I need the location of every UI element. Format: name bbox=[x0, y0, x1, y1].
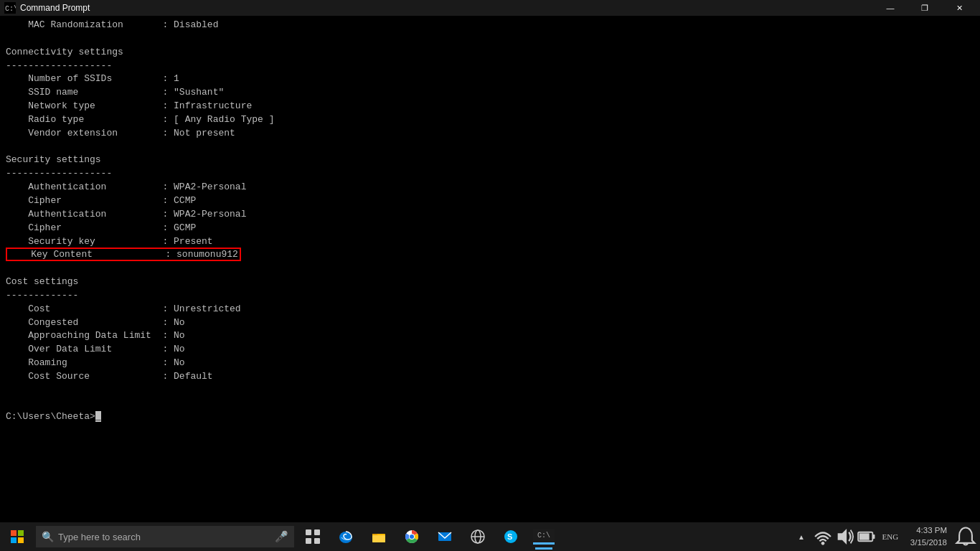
svg-rect-2 bbox=[11, 530, 17, 536]
titlebar-left: C:\ Command Prompt bbox=[4, 2, 90, 14]
svg-rect-26 bbox=[859, 533, 869, 540]
terminal-line: Cipher : CCMP bbox=[6, 194, 974, 208]
terminal-line: Vendor extension : Not present bbox=[6, 127, 974, 141]
cmd-icon-taskbar: C:\ bbox=[533, 529, 555, 545]
svg-rect-7 bbox=[314, 529, 320, 535]
terminal-line: Congested : No bbox=[6, 316, 974, 330]
start-button[interactable] bbox=[0, 522, 34, 551]
svg-rect-4 bbox=[11, 537, 17, 543]
svg-point-22 bbox=[821, 542, 824, 545]
skype-button[interactable]: S bbox=[495, 522, 527, 551]
language-icon[interactable]: ENG bbox=[877, 522, 903, 551]
titlebar-title: Command Prompt bbox=[20, 3, 90, 13]
terminal-line: MAC Randomization : Disabled bbox=[6, 19, 974, 32]
svg-rect-9 bbox=[314, 538, 320, 544]
clock-date: 3/15/2018 bbox=[910, 537, 947, 549]
terminal-line: SSID name : "Sushant" bbox=[6, 86, 974, 100]
terminal-line: Cost : Unrestricted bbox=[6, 303, 974, 316]
battery-icon[interactable] bbox=[856, 522, 876, 551]
svg-point-15 bbox=[410, 534, 414, 539]
terminal-line: Cipher : GCMP bbox=[6, 222, 974, 235]
search-bar[interactable]: 🔍 Type here to search 🎤 bbox=[36, 526, 294, 547]
terminal-line bbox=[6, 262, 974, 276]
terminal-line: ------------------- bbox=[6, 60, 974, 73]
svg-marker-23 bbox=[837, 529, 846, 545]
terminal-line: Approaching Data Limit : No bbox=[6, 329, 974, 343]
terminal-line: Security settings bbox=[6, 154, 974, 167]
clock[interactable]: 4:33 PM 3/15/2018 bbox=[905, 522, 953, 551]
terminal-line bbox=[6, 141, 974, 154]
svg-rect-25 bbox=[872, 534, 875, 539]
terminal-line: Number of SSIDs : 1 bbox=[6, 72, 974, 86]
terminal-line: Network type : Infrastructure bbox=[6, 100, 974, 113]
close-button[interactable]: ✕ bbox=[943, 0, 976, 16]
svg-rect-6 bbox=[306, 529, 311, 535]
terminal-line: Cost settings bbox=[6, 276, 974, 289]
search-placeholder: Type here to search bbox=[58, 532, 141, 542]
svg-rect-5 bbox=[18, 537, 24, 543]
terminal-line bbox=[6, 384, 974, 397]
titlebar: C:\ Command Prompt — ❐ ✕ bbox=[0, 0, 980, 16]
show-hidden-icons-button[interactable]: ▲ bbox=[791, 522, 811, 551]
cmd-icon: C:\ bbox=[4, 2, 16, 14]
terminal-line: Over Data Limit : No bbox=[6, 343, 974, 357]
svg-rect-3 bbox=[18, 530, 24, 536]
minimize-button[interactable]: — bbox=[874, 0, 907, 16]
taskbar-center: S C:\ bbox=[297, 522, 560, 551]
key-content-highlight: Key Content : sonumonu912 bbox=[6, 248, 241, 261]
chrome-button[interactable] bbox=[396, 522, 428, 551]
notification-button[interactable] bbox=[954, 522, 977, 551]
terminal-line: ------------------- bbox=[6, 167, 974, 181]
terminal-line: Authentication : WPA2-Personal bbox=[6, 181, 974, 194]
svg-text:C:\: C:\ bbox=[5, 5, 16, 13]
microphone-icon[interactable]: 🎤 bbox=[275, 530, 288, 544]
taskbar-right: ▲ ENG bbox=[791, 522, 980, 551]
volume-icon[interactable] bbox=[834, 522, 854, 551]
terminal-line: Connectivity settings bbox=[6, 46, 974, 60]
terminal-line: ------------- bbox=[6, 289, 974, 303]
terminal-line: Radio type : [ Any Radio Type ] bbox=[6, 113, 974, 127]
terminal-line: Cost Source : Default bbox=[6, 370, 974, 384]
key-content-line: Key Content : sonumonu912 bbox=[6, 248, 974, 262]
search-icon: 🔍 bbox=[42, 531, 54, 543]
terminal-line bbox=[6, 397, 974, 411]
svg-rect-12 bbox=[372, 535, 385, 542]
terminal-line: Roaming : No bbox=[6, 357, 974, 370]
cmd-taskbar-button[interactable]: C:\ bbox=[528, 522, 560, 551]
file-explorer-button[interactable] bbox=[363, 522, 395, 551]
terminal-line: Security key : Present bbox=[6, 235, 974, 249]
edge-button[interactable] bbox=[330, 522, 362, 551]
svg-text:S: S bbox=[507, 532, 512, 541]
globe-button[interactable] bbox=[462, 522, 494, 551]
taskbar: 🔍 Type here to search 🎤 bbox=[0, 522, 980, 551]
terminal-prompt: C:\Users\Cheeta>_ bbox=[6, 410, 974, 424]
titlebar-controls: — ❐ ✕ bbox=[874, 0, 976, 16]
terminal: MAC Randomization : Disabled Connectivit… bbox=[0, 16, 980, 522]
svg-rect-8 bbox=[306, 538, 311, 544]
terminal-line: Authentication : WPA2-Personal bbox=[6, 208, 974, 222]
maximize-button[interactable]: ❐ bbox=[908, 0, 941, 16]
network-icon[interactable] bbox=[813, 522, 833, 551]
clock-time: 4:33 PM bbox=[916, 524, 947, 537]
terminal-line bbox=[6, 32, 974, 46]
mail-button[interactable] bbox=[429, 522, 461, 551]
task-view-button[interactable] bbox=[297, 522, 329, 551]
